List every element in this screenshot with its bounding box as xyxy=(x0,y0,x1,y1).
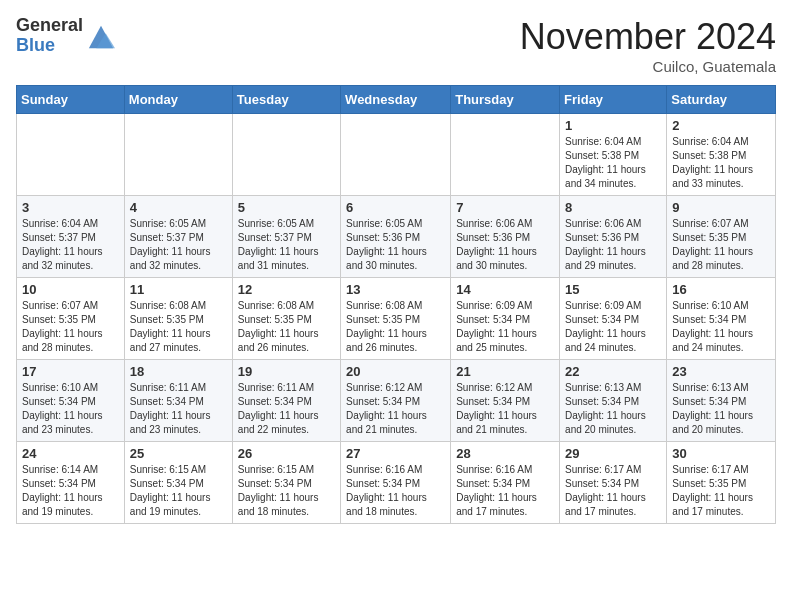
calendar-week-2: 3Sunrise: 6:04 AM Sunset: 5:37 PM Daylig… xyxy=(17,196,776,278)
day-info: Sunrise: 6:05 AM Sunset: 5:36 PM Dayligh… xyxy=(346,217,445,273)
calendar-cell: 6Sunrise: 6:05 AM Sunset: 5:36 PM Daylig… xyxy=(341,196,451,278)
calendar-dow-monday: Monday xyxy=(124,86,232,114)
month-title: November 2024 xyxy=(520,16,776,58)
calendar-cell: 15Sunrise: 6:09 AM Sunset: 5:34 PM Dayli… xyxy=(560,278,667,360)
day-number: 23 xyxy=(672,364,770,379)
calendar-cell: 17Sunrise: 6:10 AM Sunset: 5:34 PM Dayli… xyxy=(17,360,125,442)
calendar-dow-tuesday: Tuesday xyxy=(232,86,340,114)
calendar-cell: 29Sunrise: 6:17 AM Sunset: 5:34 PM Dayli… xyxy=(560,442,667,524)
day-number: 27 xyxy=(346,446,445,461)
calendar-cell: 28Sunrise: 6:16 AM Sunset: 5:34 PM Dayli… xyxy=(451,442,560,524)
day-number: 28 xyxy=(456,446,554,461)
day-number: 26 xyxy=(238,446,335,461)
calendar-cell: 5Sunrise: 6:05 AM Sunset: 5:37 PM Daylig… xyxy=(232,196,340,278)
day-info: Sunrise: 6:16 AM Sunset: 5:34 PM Dayligh… xyxy=(346,463,445,519)
calendar-cell: 2Sunrise: 6:04 AM Sunset: 5:38 PM Daylig… xyxy=(667,114,776,196)
logo-text: General Blue xyxy=(16,16,83,56)
calendar-week-1: 1Sunrise: 6:04 AM Sunset: 5:38 PM Daylig… xyxy=(17,114,776,196)
day-number: 3 xyxy=(22,200,119,215)
day-info: Sunrise: 6:11 AM Sunset: 5:34 PM Dayligh… xyxy=(130,381,227,437)
logo-area: General Blue xyxy=(16,16,115,56)
day-number: 13 xyxy=(346,282,445,297)
day-info: Sunrise: 6:10 AM Sunset: 5:34 PM Dayligh… xyxy=(22,381,119,437)
day-info: Sunrise: 6:17 AM Sunset: 5:35 PM Dayligh… xyxy=(672,463,770,519)
calendar-dow-sunday: Sunday xyxy=(17,86,125,114)
calendar-cell xyxy=(451,114,560,196)
title-area: November 2024 Cuilco, Guatemala xyxy=(520,16,776,75)
day-number: 12 xyxy=(238,282,335,297)
day-number: 25 xyxy=(130,446,227,461)
calendar-cell: 30Sunrise: 6:17 AM Sunset: 5:35 PM Dayli… xyxy=(667,442,776,524)
day-info: Sunrise: 6:08 AM Sunset: 5:35 PM Dayligh… xyxy=(130,299,227,355)
day-number: 1 xyxy=(565,118,661,133)
logo-general: General xyxy=(16,16,83,36)
day-number: 24 xyxy=(22,446,119,461)
day-info: Sunrise: 6:13 AM Sunset: 5:34 PM Dayligh… xyxy=(672,381,770,437)
day-info: Sunrise: 6:06 AM Sunset: 5:36 PM Dayligh… xyxy=(456,217,554,273)
calendar-cell: 24Sunrise: 6:14 AM Sunset: 5:34 PM Dayli… xyxy=(17,442,125,524)
header: General Blue November 2024 Cuilco, Guate… xyxy=(16,16,776,75)
day-number: 18 xyxy=(130,364,227,379)
calendar-cell xyxy=(17,114,125,196)
day-number: 6 xyxy=(346,200,445,215)
calendar-cell: 23Sunrise: 6:13 AM Sunset: 5:34 PM Dayli… xyxy=(667,360,776,442)
calendar-week-3: 10Sunrise: 6:07 AM Sunset: 5:35 PM Dayli… xyxy=(17,278,776,360)
calendar-cell: 19Sunrise: 6:11 AM Sunset: 5:34 PM Dayli… xyxy=(232,360,340,442)
calendar-cell: 4Sunrise: 6:05 AM Sunset: 5:37 PM Daylig… xyxy=(124,196,232,278)
day-info: Sunrise: 6:15 AM Sunset: 5:34 PM Dayligh… xyxy=(238,463,335,519)
calendar-cell: 12Sunrise: 6:08 AM Sunset: 5:35 PM Dayli… xyxy=(232,278,340,360)
calendar-cell: 27Sunrise: 6:16 AM Sunset: 5:34 PM Dayli… xyxy=(341,442,451,524)
calendar-dow-saturday: Saturday xyxy=(667,86,776,114)
day-info: Sunrise: 6:04 AM Sunset: 5:38 PM Dayligh… xyxy=(672,135,770,191)
day-number: 14 xyxy=(456,282,554,297)
day-info: Sunrise: 6:07 AM Sunset: 5:35 PM Dayligh… xyxy=(672,217,770,273)
calendar-cell: 9Sunrise: 6:07 AM Sunset: 5:35 PM Daylig… xyxy=(667,196,776,278)
day-number: 21 xyxy=(456,364,554,379)
day-number: 11 xyxy=(130,282,227,297)
calendar-cell: 11Sunrise: 6:08 AM Sunset: 5:35 PM Dayli… xyxy=(124,278,232,360)
day-number: 15 xyxy=(565,282,661,297)
calendar-cell: 16Sunrise: 6:10 AM Sunset: 5:34 PM Dayli… xyxy=(667,278,776,360)
day-info: Sunrise: 6:06 AM Sunset: 5:36 PM Dayligh… xyxy=(565,217,661,273)
day-info: Sunrise: 6:04 AM Sunset: 5:37 PM Dayligh… xyxy=(22,217,119,273)
calendar-cell: 3Sunrise: 6:04 AM Sunset: 5:37 PM Daylig… xyxy=(17,196,125,278)
day-info: Sunrise: 6:15 AM Sunset: 5:34 PM Dayligh… xyxy=(130,463,227,519)
calendar-cell: 26Sunrise: 6:15 AM Sunset: 5:34 PM Dayli… xyxy=(232,442,340,524)
day-info: Sunrise: 6:05 AM Sunset: 5:37 PM Dayligh… xyxy=(238,217,335,273)
day-number: 19 xyxy=(238,364,335,379)
day-number: 7 xyxy=(456,200,554,215)
calendar-cell: 25Sunrise: 6:15 AM Sunset: 5:34 PM Dayli… xyxy=(124,442,232,524)
calendar-cell xyxy=(341,114,451,196)
day-info: Sunrise: 6:16 AM Sunset: 5:34 PM Dayligh… xyxy=(456,463,554,519)
day-info: Sunrise: 6:09 AM Sunset: 5:34 PM Dayligh… xyxy=(565,299,661,355)
day-number: 30 xyxy=(672,446,770,461)
page: General Blue November 2024 Cuilco, Guate… xyxy=(0,0,792,540)
day-info: Sunrise: 6:11 AM Sunset: 5:34 PM Dayligh… xyxy=(238,381,335,437)
calendar-dow-friday: Friday xyxy=(560,86,667,114)
day-info: Sunrise: 6:13 AM Sunset: 5:34 PM Dayligh… xyxy=(565,381,661,437)
calendar-cell: 7Sunrise: 6:06 AM Sunset: 5:36 PM Daylig… xyxy=(451,196,560,278)
calendar-cell: 22Sunrise: 6:13 AM Sunset: 5:34 PM Dayli… xyxy=(560,360,667,442)
day-number: 29 xyxy=(565,446,661,461)
day-number: 22 xyxy=(565,364,661,379)
logo-blue: Blue xyxy=(16,36,83,56)
calendar-cell: 10Sunrise: 6:07 AM Sunset: 5:35 PM Dayli… xyxy=(17,278,125,360)
calendar-header-row: SundayMondayTuesdayWednesdayThursdayFrid… xyxy=(17,86,776,114)
logo-icon xyxy=(87,22,115,50)
day-info: Sunrise: 6:07 AM Sunset: 5:35 PM Dayligh… xyxy=(22,299,119,355)
day-number: 16 xyxy=(672,282,770,297)
day-number: 20 xyxy=(346,364,445,379)
day-info: Sunrise: 6:09 AM Sunset: 5:34 PM Dayligh… xyxy=(456,299,554,355)
calendar-cell: 18Sunrise: 6:11 AM Sunset: 5:34 PM Dayli… xyxy=(124,360,232,442)
calendar-week-4: 17Sunrise: 6:10 AM Sunset: 5:34 PM Dayli… xyxy=(17,360,776,442)
day-info: Sunrise: 6:08 AM Sunset: 5:35 PM Dayligh… xyxy=(346,299,445,355)
day-info: Sunrise: 6:04 AM Sunset: 5:38 PM Dayligh… xyxy=(565,135,661,191)
day-number: 10 xyxy=(22,282,119,297)
calendar-cell: 21Sunrise: 6:12 AM Sunset: 5:34 PM Dayli… xyxy=(451,360,560,442)
calendar-dow-thursday: Thursday xyxy=(451,86,560,114)
day-info: Sunrise: 6:05 AM Sunset: 5:37 PM Dayligh… xyxy=(130,217,227,273)
calendar-cell: 1Sunrise: 6:04 AM Sunset: 5:38 PM Daylig… xyxy=(560,114,667,196)
day-info: Sunrise: 6:10 AM Sunset: 5:34 PM Dayligh… xyxy=(672,299,770,355)
day-number: 2 xyxy=(672,118,770,133)
calendar-cell xyxy=(232,114,340,196)
